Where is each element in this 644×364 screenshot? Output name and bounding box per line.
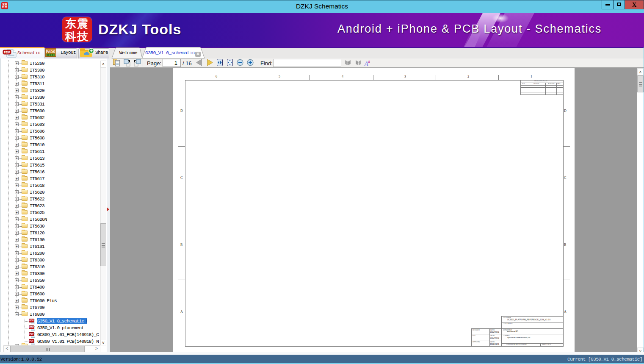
svg-text:a: a [368, 59, 370, 64]
svg-text:PDF: PDF [4, 50, 10, 54]
svg-text:PADS: PADS [46, 50, 55, 54]
